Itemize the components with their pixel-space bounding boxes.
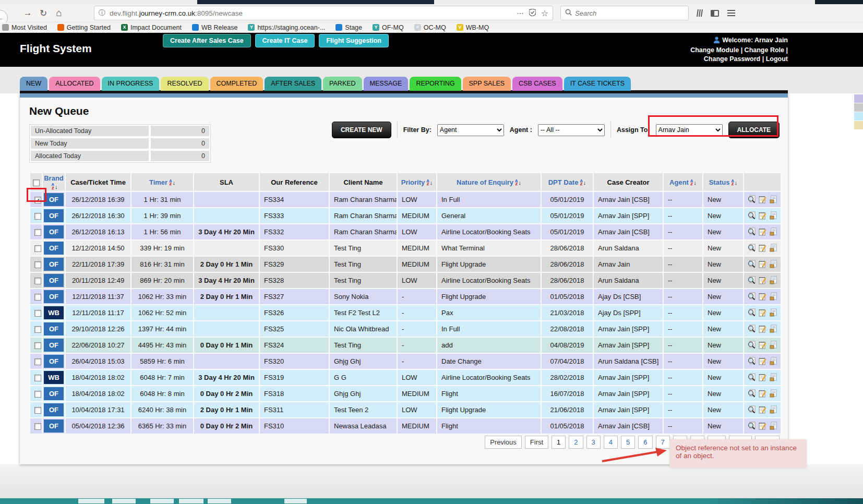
view-icon[interactable] xyxy=(747,308,756,317)
tab-after-sales[interactable]: AFTER SALES xyxy=(265,77,321,91)
page-first[interactable]: First xyxy=(525,436,548,449)
view-icon[interactable] xyxy=(747,292,756,301)
row-checkbox-cell[interactable] xyxy=(30,272,42,289)
agent-select[interactable]: -- All -- xyxy=(538,124,605,136)
row-checkbox[interactable] xyxy=(34,261,41,268)
row-checkbox[interactable] xyxy=(34,391,41,398)
page-actions-icon[interactable]: ⋯ xyxy=(517,9,524,17)
view-icon[interactable] xyxy=(747,325,756,333)
edit-icon[interactable] xyxy=(758,357,767,366)
view-icon[interactable] xyxy=(747,227,756,236)
edit-icon[interactable] xyxy=(758,195,767,204)
row-checkbox-cell[interactable] xyxy=(30,402,42,418)
row-checkbox[interactable] xyxy=(34,423,41,430)
menu-hamburger-icon[interactable] xyxy=(727,10,735,16)
edit-icon[interactable] xyxy=(758,292,767,301)
site-info-icon[interactable]: ⓘ xyxy=(99,8,105,18)
bookmark-oc-mq[interactable]: =OC-MQ xyxy=(414,24,446,31)
tab-message[interactable]: MESSAGE xyxy=(364,77,409,91)
row-checkbox[interactable] xyxy=(34,407,41,414)
report-icon[interactable] xyxy=(769,341,778,350)
view-icon[interactable] xyxy=(747,341,756,350)
home-button[interactable]: ⌂ xyxy=(51,7,67,19)
allocate-button[interactable]: ALLOCATE xyxy=(728,122,780,138)
page-previous[interactable]: Previous xyxy=(485,436,522,449)
tab-resolved[interactable]: RESOLVED xyxy=(161,77,208,91)
row-checkbox-cell[interactable] xyxy=(30,289,42,305)
col-header-dpt-date[interactable]: DPT DateAZ↓ xyxy=(541,173,593,191)
taskbar-item[interactable] xyxy=(284,499,307,503)
edit-icon[interactable] xyxy=(758,276,767,285)
report-icon[interactable] xyxy=(769,422,778,430)
row-checkbox-cell[interactable] xyxy=(30,240,42,256)
forward-button[interactable]: → xyxy=(20,8,35,18)
view-icon[interactable] xyxy=(747,195,756,204)
library-icon[interactable] xyxy=(697,9,703,17)
row-checkbox-cell[interactable] xyxy=(30,321,42,337)
select-all-header[interactable] xyxy=(30,173,42,191)
row-checkbox[interactable] xyxy=(34,245,41,252)
taskbar-item[interactable] xyxy=(208,499,231,503)
sidebar-icon[interactable] xyxy=(711,10,719,17)
tab-parked[interactable]: PARKED xyxy=(323,77,362,91)
row-checkbox[interactable]: ✓ xyxy=(34,197,41,203)
row-checkbox-cell[interactable]: ✓ xyxy=(30,191,42,208)
row-checkbox[interactable] xyxy=(34,358,41,365)
tab-new[interactable]: NEW xyxy=(20,77,47,91)
bookmark-wb-release[interactable]: WB Release xyxy=(192,24,237,31)
row-checkbox[interactable] xyxy=(34,213,41,220)
row-checkbox-cell[interactable] xyxy=(30,305,42,321)
view-icon[interactable] xyxy=(747,422,756,430)
report-icon[interactable] xyxy=(769,195,778,204)
edit-icon[interactable] xyxy=(758,405,767,414)
row-checkbox-cell[interactable] xyxy=(30,224,42,240)
row-checkbox-cell[interactable] xyxy=(30,369,42,386)
page-3[interactable]: 3 xyxy=(586,436,601,449)
bookmark-impact-document[interactable]: XImpact Document xyxy=(121,24,182,31)
col-header-brand[interactable]: BrandAZ↓ xyxy=(42,173,65,191)
tab-it-case-tickets[interactable]: IT CASE TICKETS xyxy=(564,77,631,91)
col-header-nature-of-enquiry[interactable]: Nature of EnquiryAZ↓ xyxy=(437,173,541,191)
header-links-1[interactable]: Change Module | Change Role | xyxy=(690,46,788,55)
view-icon[interactable] xyxy=(747,357,756,366)
bookmark-getting-started[interactable]: Getting Started xyxy=(57,24,111,31)
header-button-create-after-sales-case[interactable]: Create After Sales Case xyxy=(163,34,251,47)
row-checkbox[interactable] xyxy=(34,310,41,317)
edit-icon[interactable] xyxy=(758,227,767,236)
search-input[interactable] xyxy=(575,9,684,17)
taskbar-item[interactable] xyxy=(112,499,136,503)
pocket-shield-icon[interactable] xyxy=(529,9,536,18)
taskbar-item[interactable] xyxy=(150,499,174,503)
col-header-status[interactable]: StatusAZ↓ xyxy=(703,173,744,191)
bookmark-of-mq[interactable]: YOF-MQ xyxy=(373,24,404,31)
report-icon[interactable] xyxy=(769,405,778,414)
edit-icon[interactable] xyxy=(758,341,767,350)
edit-icon[interactable] xyxy=(758,260,767,269)
view-icon[interactable] xyxy=(747,405,756,414)
report-icon[interactable] xyxy=(769,325,778,333)
bookmark-stage[interactable]: Stage xyxy=(335,24,362,31)
header-links-2[interactable]: Change Password | Logout xyxy=(690,55,788,64)
bookmark-https-staging-ocean[interactable]: Yhttps://staging.ocean-... xyxy=(248,24,325,31)
edit-icon[interactable] xyxy=(758,211,767,220)
tab-reporting[interactable]: REPORTING xyxy=(410,77,461,91)
col-header-timer[interactable]: TimerAZ↓ xyxy=(131,173,194,191)
view-icon[interactable] xyxy=(747,276,756,285)
tab-spp-sales[interactable]: SPP SALES xyxy=(463,77,511,91)
tab-completed[interactable]: COMPLETED xyxy=(210,77,263,91)
edit-icon[interactable] xyxy=(758,325,767,333)
row-checkbox-cell[interactable] xyxy=(30,208,42,224)
tab-csb-cases[interactable]: CSB CASES xyxy=(512,77,562,91)
select-all-checkbox[interactable] xyxy=(33,179,40,186)
report-icon[interactable] xyxy=(769,308,778,317)
report-icon[interactable] xyxy=(769,244,778,253)
edit-icon[interactable] xyxy=(758,389,767,398)
row-checkbox[interactable] xyxy=(34,229,41,236)
row-checkbox[interactable] xyxy=(34,294,41,301)
view-icon[interactable] xyxy=(747,260,756,269)
taskbar-item[interactable] xyxy=(179,499,203,503)
bookmark-star-icon[interactable]: ☆ xyxy=(541,8,548,18)
col-header-agent[interactable]: AgentAZ↓ xyxy=(663,173,703,191)
report-icon[interactable] xyxy=(769,373,778,382)
view-icon[interactable] xyxy=(747,211,756,220)
